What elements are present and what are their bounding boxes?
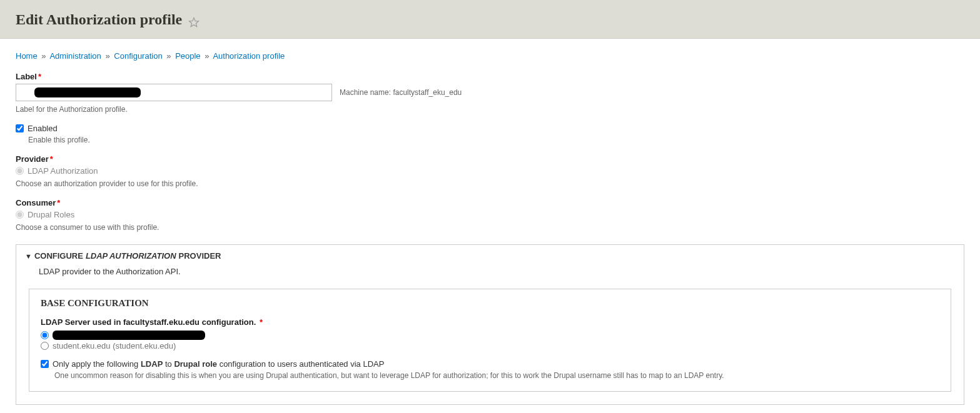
enabled-label: Enabled (28, 124, 58, 133)
required-marker: * (260, 317, 263, 327)
only-apply-b2: Drupal role (174, 359, 217, 369)
only-apply-mid: to (163, 359, 174, 369)
provider-option-label: LDAP Authorization (28, 166, 98, 176)
label-text: Label (16, 72, 37, 81)
consumer-label: Consumer* (16, 198, 964, 207)
consumer-description: Choose a consumer to use with this profi… (16, 223, 964, 232)
field-provider: Provider* LDAP Authorization Choose an a… (16, 154, 964, 188)
field-consumer: Consumer* Drupal Roles Choose a consumer… (16, 198, 964, 232)
only-apply-row: Only apply the following LDAP to Drupal … (41, 359, 939, 380)
required-marker: * (57, 198, 60, 207)
field-label: Label* Machine name: facultystaff_eku_ed… (16, 72, 964, 114)
toggle-prefix: CONFIGURE (34, 251, 83, 261)
page-title: Edit Authorization profile (16, 11, 182, 28)
label-description: Label for the Authorization profile. (16, 105, 964, 114)
ldap-server-label: LDAP Server used in facultystaff.eku.edu… (41, 317, 939, 327)
enabled-description: Enable this profile. (28, 136, 964, 144)
only-apply-post: configuration to users authenticated via… (217, 359, 384, 369)
ldap-server-label-text: LDAP Server used in facultystaff.eku.edu… (41, 317, 256, 327)
consumer-radio-drupal-roles (16, 211, 24, 219)
server-option-label-1: facultystaff.eku.edu (facultystaff.eku.e… (53, 331, 205, 340)
server-option-row: facultystaff.eku.edu (facultystaff.eku.e… (41, 331, 939, 340)
machine-name-value: facultystaff_eku_edu (393, 88, 462, 97)
page-header: Edit Authorization profile (0, 0, 980, 39)
toggle-italic: LDAP AUTHORIZATION (86, 251, 176, 261)
server-option-row: student.eku.edu (student.eku.edu) (41, 341, 939, 351)
consumer-option-label: Drupal Roles (28, 210, 74, 219)
only-apply-description: One uncommon reason for disabling this i… (54, 371, 939, 380)
only-apply-checkbox[interactable] (41, 360, 49, 368)
provider-details-toggle[interactable]: ▼ CONFIGURE LDAP AUTHORIZATION PROVIDER (25, 251, 955, 261)
breadcrumb: Home » Administration » Configuration » … (16, 51, 964, 61)
label-label: Label* (16, 72, 964, 81)
toggle-suffix: PROVIDER (179, 251, 221, 261)
consumer-label-text: Consumer (16, 198, 56, 207)
breadcrumb-home[interactable]: Home (16, 51, 38, 61)
provider-fieldset: ▼ CONFIGURE LDAP AUTHORIZATION PROVIDER … (16, 244, 964, 405)
field-enabled: Enabled Enable this profile. (16, 124, 964, 144)
only-apply-pre: Only apply the following (53, 359, 141, 369)
provider-label: Provider* (16, 154, 964, 164)
breadcrumb-sep: » (205, 51, 209, 61)
server-option-label-2: student.eku.edu (student.eku.edu) (53, 341, 176, 351)
label-input[interactable] (16, 84, 332, 101)
server-radio-facultystaff[interactable] (41, 331, 49, 339)
breadcrumb-configuration[interactable]: Configuration (114, 51, 162, 61)
provider-description: Choose an authorization provider to use … (16, 179, 964, 188)
base-config-legend: BASE CONFIGURATION (41, 298, 939, 309)
svg-marker-0 (189, 17, 198, 26)
star-icon[interactable] (188, 17, 200, 28)
provider-label-text: Provider (16, 154, 49, 164)
breadcrumb-authorization-profile[interactable]: Authorization profile (213, 51, 285, 61)
only-apply-b1: LDAP (141, 359, 163, 369)
breadcrumb-administration[interactable]: Administration (49, 51, 101, 61)
provider-radio-ldap (16, 167, 24, 175)
content-area: Home » Administration » Configuration » … (0, 39, 980, 413)
breadcrumb-people[interactable]: People (175, 51, 200, 61)
provider-section-description: LDAP provider to the Authorization API. (39, 267, 955, 276)
breadcrumb-sep: » (105, 51, 109, 61)
required-marker: * (50, 154, 53, 164)
required-marker: * (38, 72, 41, 81)
only-apply-label: Only apply the following LDAP to Drupal … (53, 359, 384, 369)
breadcrumb-sep: » (166, 51, 171, 61)
server-radio-student[interactable] (41, 342, 49, 350)
machine-name-prefix: Machine name: (340, 88, 393, 97)
breadcrumb-sep: » (41, 51, 46, 61)
enabled-checkbox[interactable] (16, 124, 24, 132)
triangle-down-icon: ▼ (25, 252, 32, 260)
machine-name: Machine name: facultystaff_eku_edu (340, 88, 462, 97)
base-config-fieldset: BASE CONFIGURATION LDAP Server used in f… (29, 289, 951, 392)
server-option-1-text: facultystaff.eku.edu (facultystaff.eku.e… (53, 331, 205, 340)
